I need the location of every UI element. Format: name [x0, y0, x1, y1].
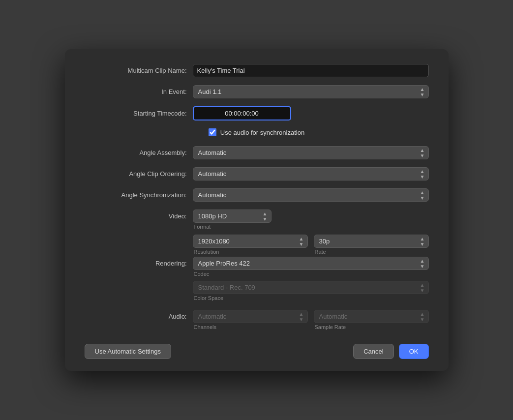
angle-clip-ordering-row: Angle Clip Ordering: Automatic ▲▼ [85, 167, 429, 180]
angle-assembly-select-wrapper: Automatic ▲▼ [193, 146, 429, 159]
rendering-inner: Apple ProRes 422 Apple ProRes 4444 H.264… [193, 257, 429, 302]
audio-channels-select[interactable]: Automatic Stereo Mono Surround [193, 310, 308, 323]
video-format-select[interactable]: 1080p HD 720p HD 4K Custom [193, 210, 272, 223]
angle-sync-select-wrapper: Automatic ▲▼ [193, 188, 429, 202]
starting-timecode-label: Starting Timecode: [85, 110, 193, 117]
angle-clip-ordering-select-wrapper: Automatic ▲▼ [193, 167, 429, 180]
video-format-row: 1080p HD 720p HD 4K Custom ▲▼ Format [193, 210, 429, 230]
rendering-colorspace-select-wrapper: Standard - Rec. 709 P3-D65 HDR ▲▼ [193, 281, 429, 294]
audio-samplerate-sublabel: Sample Rate [314, 324, 429, 330]
angle-sync-select[interactable]: Automatic [193, 188, 429, 202]
rendering-codec-row: Apple ProRes 422 Apple ProRes 4444 H.264… [193, 257, 429, 277]
audio-label: Audio: [85, 310, 193, 320]
in-event-row: In Event: Audi 1.1 ▲▼ [85, 85, 429, 98]
angle-assembly-control: Automatic ▲▼ [193, 146, 429, 159]
rendering-section-row: Rendering: Apple ProRes 422 Apple ProRes… [85, 257, 429, 302]
audio-channels-sublabel: Channels [193, 324, 308, 330]
use-audio-checkbox[interactable] [209, 128, 216, 136]
starting-timecode-row: Starting Timecode: [85, 106, 429, 120]
video-section-row: Video: 1080p HD 720p HD 4K Custom ▲▼ For… [85, 210, 429, 255]
video-resolution-rate-row: 1920x1080 1280x720 3840x2160 ▲▼ Resoluti… [193, 235, 429, 255]
angle-assembly-row: Angle Assembly: Automatic ▲▼ [85, 146, 429, 159]
video-format-select-wrapper: 1080p HD 720p HD 4K Custom ▲▼ [193, 210, 272, 223]
ok-button[interactable]: OK [399, 344, 429, 359]
rendering-codec-select-wrapper: Apple ProRes 422 Apple ProRes 4444 H.264… [193, 257, 429, 270]
in-event-select-wrapper: Audi 1.1 ▲▼ [193, 85, 429, 98]
video-resolution-group: 1920x1080 1280x720 3840x2160 ▲▼ Resoluti… [193, 235, 308, 255]
audio-channels-group: Automatic Stereo Mono Surround ▲▼ Channe… [193, 310, 308, 330]
angle-sync-label: Angle Synchronization: [85, 191, 193, 199]
video-format-sublabel: Format [193, 224, 429, 230]
footer-right-buttons: Cancel OK [353, 344, 428, 359]
multicam-clip-name-control [193, 64, 429, 77]
dialog-footer: Use Automatic Settings Cancel OK [85, 340, 429, 359]
rendering-codec-sublabel: Codec [193, 271, 429, 277]
rendering-label: Rendering: [85, 257, 193, 267]
angle-clip-ordering-control: Automatic ▲▼ [193, 167, 429, 180]
video-rate-select[interactable]: 30p 24p 25p 60p [314, 235, 429, 248]
rendering-colorspace-row: Standard - Rec. 709 P3-D65 HDR ▲▼ Color … [193, 281, 429, 301]
audio-samplerate-select-wrapper: Automatic 44.1 kHz 48 kHz 96 kHz ▲▼ [314, 310, 429, 323]
angle-assembly-label: Angle Assembly: [85, 149, 193, 156]
in-event-label: In Event: [85, 88, 193, 95]
angle-clip-ordering-label: Angle Clip Ordering: [85, 170, 193, 178]
video-rate-group: 30p 24p 25p 60p ▲▼ Rate [314, 235, 429, 255]
multicam-clip-name-row: Multicam Clip Name: [85, 64, 429, 77]
video-inner: 1080p HD 720p HD 4K Custom ▲▼ Format [193, 210, 429, 255]
video-resolution-select[interactable]: 1920x1080 1280x720 3840x2160 [193, 235, 308, 248]
video-rate-select-wrapper: 30p 24p 25p 60p ▲▼ [314, 235, 429, 248]
video-resolution-sublabel: Resolution [193, 249, 308, 255]
starting-timecode-input[interactable] [193, 106, 291, 120]
dialog-container: Multicam Clip Name: In Event: Audi 1.1 ▲… [65, 49, 449, 371]
audio-samplerate-group: Automatic 44.1 kHz 48 kHz 96 kHz ▲▼ Samp… [314, 310, 429, 330]
rendering-colorspace-select[interactable]: Standard - Rec. 709 P3-D65 HDR [193, 281, 429, 294]
audio-channels-select-wrapper: Automatic Stereo Mono Surround ▲▼ [193, 310, 308, 323]
multicam-clip-name-input[interactable] [193, 64, 429, 77]
audio-inner: Automatic Stereo Mono Surround ▲▼ Channe… [193, 310, 429, 330]
angle-sync-control: Automatic ▲▼ [193, 188, 429, 202]
video-label: Video: [85, 210, 193, 220]
starting-timecode-control [193, 106, 291, 120]
angle-sync-row: Angle Synchronization: Automatic ▲▼ [85, 188, 429, 202]
audio-section-row: Audio: Automatic Stereo Mono Surround ▲▼… [85, 310, 429, 330]
angle-assembly-select[interactable]: Automatic [193, 146, 429, 159]
angle-clip-ordering-select[interactable]: Automatic [193, 167, 429, 180]
use-audio-row: Use audio for synchronization [85, 128, 429, 136]
in-event-select[interactable]: Audi 1.1 [193, 85, 429, 98]
rendering-colorspace-sublabel: Color Space [193, 295, 429, 301]
rendering-codec-select[interactable]: Apple ProRes 422 Apple ProRes 4444 H.264 [193, 257, 429, 270]
audio-samplerate-select[interactable]: Automatic 44.1 kHz 48 kHz 96 kHz [314, 310, 429, 323]
video-resolution-select-wrapper: 1920x1080 1280x720 3840x2160 ▲▼ [193, 235, 308, 248]
use-audio-label[interactable]: Use audio for synchronization [220, 129, 304, 136]
in-event-control: Audi 1.1 ▲▼ [193, 85, 429, 98]
use-automatic-settings-button[interactable]: Use Automatic Settings [85, 344, 171, 359]
cancel-button[interactable]: Cancel [353, 344, 393, 359]
multicam-clip-name-label: Multicam Clip Name: [85, 67, 193, 74]
video-rate-sublabel: Rate [314, 249, 429, 255]
